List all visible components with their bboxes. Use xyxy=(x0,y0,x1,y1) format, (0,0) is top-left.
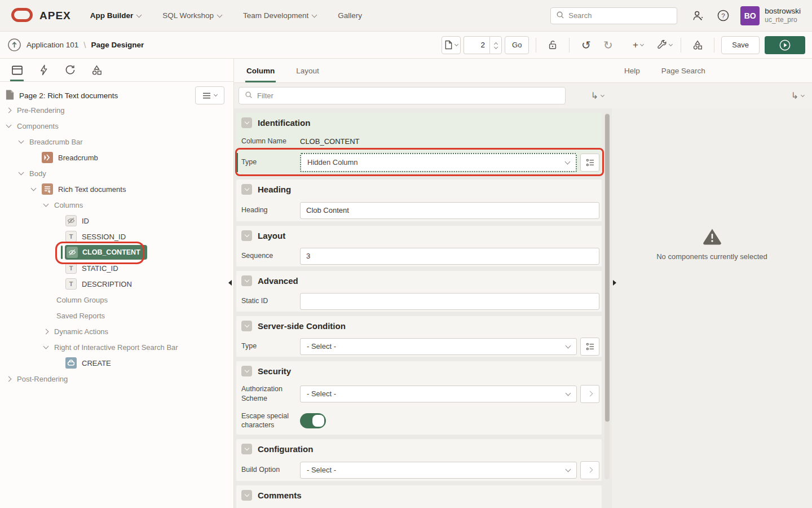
redo-button[interactable]: ↻ xyxy=(598,36,617,54)
tab-column[interactable]: Column xyxy=(245,67,276,82)
tree-item-create-button[interactable]: CREATE xyxy=(0,355,233,371)
nav-sql-workshop[interactable]: SQL Workshop xyxy=(162,11,222,20)
chevron-down-icon xyxy=(214,93,218,97)
quick-pick-list-button[interactable] xyxy=(580,154,599,172)
chevron-right-icon[interactable] xyxy=(6,107,12,113)
tree-item-pre-rendering[interactable]: Pre-Rendering xyxy=(0,102,233,118)
sequence-input[interactable] xyxy=(300,248,599,265)
chevron-down-icon[interactable] xyxy=(31,186,37,191)
tab-processing-icon[interactable] xyxy=(63,59,77,81)
modified-indicator xyxy=(61,246,63,259)
help-icon[interactable]: ? xyxy=(716,8,730,23)
page-number-input[interactable] xyxy=(464,36,489,54)
tree-item-breadcrumb[interactable]: Breadcrumb xyxy=(0,150,233,165)
shared-components-button[interactable] xyxy=(688,36,707,54)
tree-item-column-groups[interactable]: Column Groups xyxy=(0,292,233,308)
open-detail-button[interactable] xyxy=(580,461,599,479)
condition-type-select[interactable]: - Select - xyxy=(300,338,577,355)
tab-layout[interactable]: Layout xyxy=(295,67,320,82)
tab-rendering-icon[interactable] xyxy=(10,59,24,81)
build-option-select[interactable]: - Select - xyxy=(300,462,577,479)
top-nav: App Builder SQL Workshop Team Developmen… xyxy=(90,11,362,20)
quick-pick-list-button[interactable] xyxy=(580,338,599,356)
collapse-section-icon[interactable] xyxy=(241,117,252,128)
application-home-icon[interactable] xyxy=(7,38,21,52)
tree-item-components[interactable]: Components xyxy=(0,118,233,134)
collapse-section-icon[interactable] xyxy=(241,321,252,331)
tree-item-id-column[interactable]: ID xyxy=(0,213,233,229)
tree-item-dynamic-actions[interactable]: Dynamic Actions xyxy=(0,323,233,339)
tree-item-rich-text-documents[interactable]: Rich Text documents xyxy=(0,181,233,197)
tree-item-right-of-ir-search-bar[interactable]: Right of Interactive Report Search Bar xyxy=(0,339,233,355)
chevron-down-icon[interactable] xyxy=(19,170,24,176)
chevron-right-icon[interactable] xyxy=(43,329,49,334)
tree-item-breadcrumb-bar[interactable]: Breadcrumb Bar xyxy=(0,134,233,150)
tab-page-search[interactable]: Page Search xyxy=(660,67,707,82)
page-file-icon xyxy=(5,89,15,102)
collapse-section-icon[interactable] xyxy=(241,444,252,454)
tree-item-description-column[interactable]: T DESCRIPTION xyxy=(0,276,233,292)
collapse-section-icon[interactable] xyxy=(241,275,252,286)
tree-item-session-id-column[interactable]: T SESSION_ID xyxy=(0,229,233,244)
goto-icon: ↳ xyxy=(791,91,798,100)
tab-dynamic-actions-icon[interactable] xyxy=(36,59,51,81)
tab-help[interactable]: Help xyxy=(623,67,641,82)
tree-item-static-id-column[interactable]: T STATIC_ID xyxy=(0,260,233,276)
scrollbar-thumb[interactable] xyxy=(605,114,610,422)
search-input[interactable] xyxy=(568,11,672,20)
undo-button[interactable]: ↺ xyxy=(576,36,595,54)
user-info[interactable]: bostrowski uc_rte_pro xyxy=(765,7,801,25)
collapse-section-icon[interactable] xyxy=(241,490,252,501)
authorization-scheme-select[interactable]: - Select - xyxy=(300,386,577,402)
plus-icon: + xyxy=(633,40,638,51)
chevron-right-icon[interactable] xyxy=(6,376,12,382)
chevron-down-icon xyxy=(566,343,571,348)
go-button[interactable]: Go xyxy=(505,36,529,54)
scrollbar[interactable] xyxy=(604,113,610,479)
chevron-down-icon[interactable] xyxy=(6,122,12,128)
lock-button[interactable] xyxy=(543,36,562,54)
collapse-right-panel-handle[interactable] xyxy=(613,280,616,286)
goto-icon: ↳ xyxy=(591,91,598,100)
nav-team-development[interactable]: Team Development xyxy=(243,11,316,20)
utilities-menu-button[interactable] xyxy=(655,36,674,54)
field-build-option: Build Option - Select - xyxy=(236,459,602,481)
create-menu-button[interactable]: + xyxy=(628,36,647,54)
tree-item-body[interactable]: Body xyxy=(0,165,233,181)
collapse-section-icon[interactable] xyxy=(241,230,252,241)
goto-group-button[interactable]: ↳ xyxy=(589,89,606,103)
collapse-left-panel-handle[interactable] xyxy=(228,280,232,286)
chevron-down-icon[interactable] xyxy=(19,138,24,144)
heading-input[interactable] xyxy=(300,202,599,219)
chevron-down-icon[interactable] xyxy=(43,202,49,207)
tab-shared-components-icon[interactable] xyxy=(89,59,104,81)
chevron-down-icon[interactable] xyxy=(43,344,49,349)
goto-group-button[interactable]: ↳ xyxy=(789,89,806,103)
filter-input[interactable] xyxy=(257,91,559,100)
nav-gallery[interactable]: Gallery xyxy=(338,11,362,20)
open-detail-button[interactable] xyxy=(580,385,599,403)
tree-item-post-rendering[interactable]: Post-Rendering xyxy=(0,371,233,387)
static-id-input[interactable] xyxy=(300,293,599,310)
collapse-section-icon[interactable] xyxy=(241,184,252,195)
tree-item-columns[interactable]: Columns xyxy=(0,197,233,213)
selected-node[interactable]: CLOB_CONTENT xyxy=(65,245,147,260)
chevron-down-icon xyxy=(566,466,571,472)
collapse-section-icon[interactable] xyxy=(241,366,252,376)
run-page-button[interactable] xyxy=(765,36,805,54)
step-down-icon[interactable] xyxy=(493,45,497,49)
type-select[interactable]: Hidden Column xyxy=(300,153,577,172)
page-selector-button[interactable] xyxy=(442,36,461,54)
nav-app-builder[interactable]: App Builder xyxy=(90,11,142,20)
search-icon xyxy=(556,11,564,21)
application-link[interactable]: Application 101 xyxy=(27,41,78,49)
user-avatar[interactable]: BO xyxy=(740,6,760,25)
escape-special-characters-toggle[interactable] xyxy=(300,413,326,428)
page-number-stepper[interactable] xyxy=(489,36,502,54)
hidden-column-icon xyxy=(67,247,78,258)
admin-icon[interactable] xyxy=(691,8,705,23)
tree-item-saved-reports[interactable]: Saved Reports xyxy=(0,308,233,323)
tree-item-clob-content-column[interactable]: CLOB_CONTENT xyxy=(0,244,233,260)
no-selection-message: No components currently selected xyxy=(612,228,812,261)
save-button[interactable]: Save xyxy=(721,36,760,54)
